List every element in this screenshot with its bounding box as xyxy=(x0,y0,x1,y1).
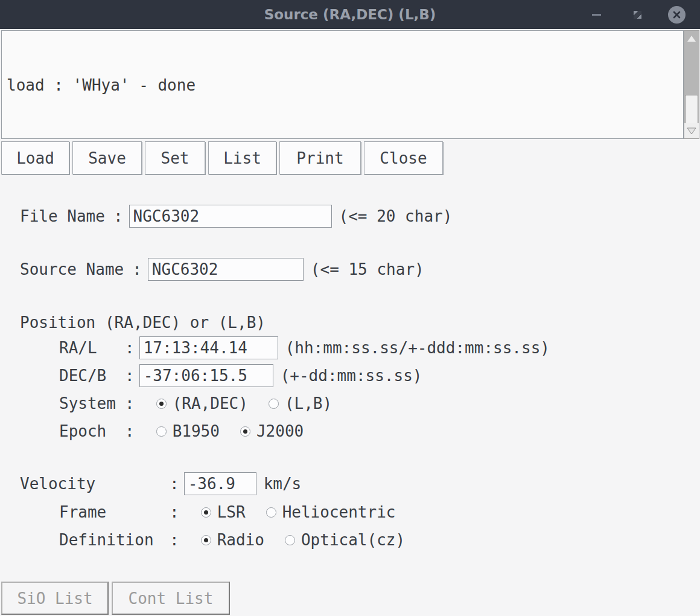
system-radec-label: (RA,DEC) xyxy=(173,394,248,412)
minimize-icon xyxy=(592,14,601,16)
save-button[interactable]: Save xyxy=(72,141,142,175)
epoch-b1950-label: B1950 xyxy=(173,422,220,440)
radio-icon xyxy=(285,535,295,545)
sio-list-button[interactable]: SiO List xyxy=(1,582,109,615)
close-dialog-button[interactable]: Close xyxy=(364,141,443,175)
source-name-row: Source Name : (<= 15 char) xyxy=(20,258,424,281)
epoch-row: Epoch : B1950 J2000 xyxy=(59,422,324,440)
load-log-text: load : 'WHya' - done load : 'RAFGL4211' … xyxy=(1,30,684,139)
dec-label: DEC/B xyxy=(59,367,125,385)
velocity-label: Velocity xyxy=(20,475,170,493)
ra-row: RA/L : (hh:mm:ss.ss/+-ddd:mm:ss.ss) xyxy=(59,336,550,359)
list-button[interactable]: List xyxy=(208,141,276,175)
minimize-button[interactable] xyxy=(587,0,606,29)
system-label: System xyxy=(59,394,125,412)
file-name-input[interactable] xyxy=(129,205,332,228)
close-button[interactable] xyxy=(661,0,692,29)
velocity-unit: km/s xyxy=(264,475,302,493)
position-section-header: Position (RA,DEC) or (L,B) xyxy=(20,313,266,332)
system-row: System : (RA,DEC) (L,B) xyxy=(59,394,352,412)
definition-radio-radio[interactable]: Radio xyxy=(201,531,264,549)
velocity-row: Velocity : km/s xyxy=(20,472,301,495)
radio-icon xyxy=(201,535,211,545)
log-line: load : 'WHya' - done xyxy=(7,75,678,95)
ra-format-hint: (hh:mm:ss.ss/+-ddd:mm:ss.ss) xyxy=(285,339,550,357)
definition-row: Definition : Radio Optical(cz) xyxy=(59,531,425,549)
source-name-hint: (<= 15 char) xyxy=(311,260,424,278)
file-name-row: File Name : (<= 20 char) xyxy=(20,205,452,228)
frame-lsr-label: LSR xyxy=(217,503,246,521)
frame-heliocentric-label: Heliocentric xyxy=(282,503,396,521)
source-name-input[interactable] xyxy=(148,258,304,281)
ra-input[interactable] xyxy=(139,336,278,359)
file-name-hint: (<= 20 char) xyxy=(339,207,453,225)
close-icon xyxy=(668,6,686,24)
toolbar: Load Save Set List Print Close xyxy=(1,141,443,175)
definition-radio-label: Radio xyxy=(217,531,264,549)
velocity-input[interactable] xyxy=(184,472,256,495)
radio-icon xyxy=(156,399,167,409)
source-name-label: Source Name xyxy=(20,260,124,278)
definition-optical-label: Optical(cz) xyxy=(301,531,405,549)
restore-button[interactable] xyxy=(626,0,648,29)
system-lb-label: (L,B) xyxy=(285,394,332,412)
scroll-down-icon xyxy=(687,127,696,135)
epoch-b1950-radio[interactable]: B1950 xyxy=(156,422,220,440)
radio-icon xyxy=(269,399,279,409)
scroll-up-icon xyxy=(687,35,696,42)
frame-lsr-radio[interactable]: LSR xyxy=(201,503,246,521)
load-button[interactable]: Load xyxy=(1,141,69,175)
radio-icon xyxy=(156,426,167,437)
frame-heliocentric-radio[interactable]: Heliocentric xyxy=(266,503,396,521)
frame-label: Frame xyxy=(59,503,170,521)
source-dialog-window: Source (RA,DEC) (L,B) load : 'WHya' - do… xyxy=(0,0,700,616)
system-lb-radio[interactable]: (L,B) xyxy=(269,394,332,412)
dec-row: DEC/B : (+-dd:mm:ss.ss) xyxy=(59,364,422,387)
scroll-up-button[interactable] xyxy=(684,31,699,47)
epoch-j2000-radio[interactable]: J2000 xyxy=(240,422,304,440)
system-radec-radio[interactable]: (RA,DEC) xyxy=(156,394,248,412)
frame-row: Frame : LSR Heliocentric xyxy=(59,503,416,521)
scrollbar-thumb[interactable] xyxy=(685,95,698,124)
footer-toolbar: SiO List Cont List xyxy=(1,582,230,615)
dec-input[interactable] xyxy=(139,364,273,387)
definition-optical-radio[interactable]: Optical(cz) xyxy=(285,531,405,549)
scroll-down-button[interactable] xyxy=(684,123,699,138)
definition-label: Definition xyxy=(59,531,170,549)
file-name-label: File Name xyxy=(20,207,105,225)
ra-label: RA/L xyxy=(59,339,125,357)
log-scrollbar[interactable] xyxy=(684,30,699,139)
set-button[interactable]: Set xyxy=(145,141,205,175)
print-button[interactable]: Print xyxy=(279,141,361,175)
restore-icon xyxy=(634,11,641,19)
radio-icon xyxy=(240,426,250,437)
cont-list-button[interactable]: Cont List xyxy=(112,582,230,615)
titlebar: Source (RA,DEC) (L,B) xyxy=(0,0,700,29)
radio-icon xyxy=(266,507,276,518)
log-line: load : 'RAFGL4211' - done xyxy=(7,136,678,139)
epoch-label: Epoch xyxy=(59,422,125,440)
dec-format-hint: (+-dd:mm:ss.ss) xyxy=(281,367,422,385)
radio-icon xyxy=(201,507,211,518)
epoch-j2000-label: J2000 xyxy=(256,422,304,440)
